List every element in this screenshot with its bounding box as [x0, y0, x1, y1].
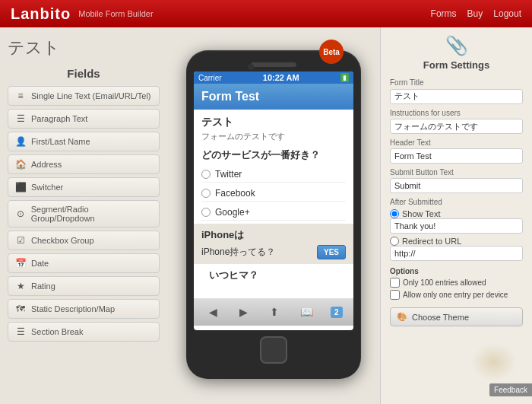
checkbox-icon: ☑	[14, 235, 27, 246]
instructions-input[interactable]	[390, 119, 523, 134]
header-subtitle: Mobile Form Builder	[78, 9, 153, 18]
show-text-radio[interactable]	[390, 209, 399, 218]
field-label-paragraph: Paragraph Text	[31, 114, 87, 123]
radio-label-twitter: Twitter	[215, 169, 242, 180]
feedback-label: Feedback	[489, 383, 532, 396]
field-label-section: Section Break	[31, 327, 83, 336]
right-panel: 📎 Form Settings Form Title Instructions …	[380, 27, 532, 404]
header-text-input[interactable]	[390, 148, 523, 164]
toolbar-share-icon[interactable]: ⬆	[265, 304, 283, 320]
screen-form-title: Form Test	[201, 90, 259, 103]
radio-circle-twitter	[201, 170, 211, 179]
nav-logout[interactable]: Logout	[493, 8, 521, 19]
entries-checkbox[interactable]	[390, 278, 400, 288]
switch-question: iPhone持ってる？	[201, 246, 275, 259]
time-label: 10:22 AM	[263, 73, 299, 82]
show-text-option[interactable]: Show Text	[390, 209, 523, 218]
screen-title-ja: テスト	[201, 116, 346, 129]
field-rating[interactable]: ★ Rating	[8, 276, 160, 296]
radio-icon: ⊙	[14, 208, 27, 219]
toolbar-back-icon[interactable]: ◀	[204, 304, 222, 320]
form-title-input[interactable]	[390, 89, 523, 104]
header: Lanbito Mobile Form Builder Forms Buy Lo…	[0, 0, 532, 27]
redirect-label: Redirect to URL	[402, 237, 461, 246]
toolbar-tab-count[interactable]: 2	[331, 307, 343, 318]
submit-btn-input[interactable]	[390, 178, 523, 193]
field-label-date: Date	[31, 259, 49, 268]
nav: Forms Buy Logout	[431, 8, 521, 19]
field-checkbox[interactable]: ☑ Checkbox Group	[8, 231, 160, 250]
iphone: Carrier 10:22 AM ▮ Form Test テスト フォームのテス…	[186, 50, 361, 379]
field-label-rating: Rating	[31, 282, 55, 291]
radio-googleplus[interactable]: Google+	[201, 205, 346, 221]
screen-form-header: Form Test	[194, 84, 353, 110]
switcher-icon: ⬛	[14, 182, 27, 192]
redirect-radio[interactable]	[390, 237, 399, 246]
field-label-single-line: Single Line Text (Email/URL/Tel)	[31, 91, 151, 100]
section-icon: ☰	[14, 326, 27, 337]
nav-forms[interactable]: Forms	[431, 8, 457, 19]
stain-decoration	[471, 343, 517, 381]
main: テスト Fields ≡ Single Line Text (Email/URL…	[0, 27, 532, 404]
field-label-map: Static Description/Map	[31, 304, 115, 313]
thank-you-input[interactable]	[390, 218, 523, 234]
field-label-switcher: Switcher	[31, 183, 63, 192]
after-submitted-label: After Submitted	[390, 198, 523, 206]
field-label-checkbox: Checkbox Group	[31, 236, 94, 245]
iphone-speaker	[251, 62, 296, 67]
options-label: Options	[390, 267, 523, 275]
instructions-label: Instructions for users	[390, 109, 523, 117]
fields-label: Fields	[8, 67, 160, 80]
choose-theme-button[interactable]: 🎨 Choose Theme	[390, 307, 523, 326]
logo: Lanbito	[11, 5, 71, 23]
screen-subtitle-ja: フォームのテストです	[201, 131, 346, 142]
field-radio[interactable]: ⊙ Segment/Radio Group/Dropdown	[8, 200, 160, 227]
sidebar: テスト Fields ≡ Single Line Text (Email/URL…	[0, 27, 167, 404]
form-title-label: Form Title	[390, 78, 523, 87]
one-entry-label: Allow only one entry per device	[403, 291, 508, 299]
name-icon: 👤	[14, 136, 27, 147]
field-date[interactable]: 📅 Date	[8, 253, 160, 273]
field-single-line[interactable]: ≡ Single Line Text (Email/URL/Tel)	[8, 86, 160, 106]
beta-badge: Beta	[319, 40, 344, 64]
radio-twitter[interactable]: Twitter	[201, 167, 346, 183]
field-label-address: Address	[31, 160, 62, 169]
one-entry-checkbox[interactable]	[390, 290, 400, 300]
header-text-label: Header Text	[390, 138, 523, 147]
toolbar-book-icon[interactable]: 📖	[296, 304, 318, 320]
toolbar-forward-icon[interactable]: ▶	[235, 304, 252, 320]
radio-label-facebook: Facebook	[215, 188, 255, 199]
paragraph-icon: ☰	[14, 113, 27, 124]
screen-toolbar: ◀ ▶ ⬆ 📖 2	[194, 298, 353, 326]
redirect-option[interactable]: Redirect to URL	[390, 237, 523, 246]
switch-yes-button[interactable]: YES	[317, 245, 346, 259]
address-icon: 🏠	[14, 159, 27, 170]
field-name[interactable]: 👤 First/Last Name	[8, 132, 160, 151]
radio-circle-facebook	[201, 189, 211, 198]
radio-label-google: Google+	[215, 207, 250, 218]
entries-label: Only 100 entries allowed	[403, 278, 486, 287]
submit-btn-label: Submit Button Text	[390, 168, 523, 177]
field-switcher[interactable]: ⬛ Switcher	[8, 177, 160, 197]
date-icon: 📅	[14, 258, 27, 269]
single-line-icon: ≡	[14, 91, 27, 101]
iphone-home-button[interactable]	[260, 336, 287, 364]
redirect-input[interactable]	[390, 246, 523, 261]
map-icon: 🗺	[14, 304, 27, 314]
iphone-camera	[248, 64, 254, 70]
screen-footer: いつヒマ？	[201, 264, 346, 287]
field-address[interactable]: 🏠 Address	[8, 154, 160, 174]
field-map[interactable]: 🗺 Static Description/Map	[8, 299, 160, 319]
switch-section-label: iPhoneは	[201, 228, 346, 242]
carrier-label: Carrier	[198, 74, 222, 82]
panel-clip: 📎	[390, 35, 523, 56]
show-text-label: Show Text	[402, 209, 441, 218]
battery-icon: ▮	[340, 73, 349, 82]
radio-circle-google	[201, 208, 211, 217]
panel-title: Form Settings	[390, 59, 523, 71]
radio-facebook[interactable]: Facebook	[201, 186, 346, 202]
nav-buy[interactable]: Buy	[467, 8, 483, 19]
field-section[interactable]: ☰ Section Break	[8, 322, 160, 342]
screen-content: テスト フォームのテストです どのサービスが一番好き？ Twitter Face…	[194, 110, 353, 298]
field-paragraph[interactable]: ☰ Paragraph Text	[8, 109, 160, 129]
